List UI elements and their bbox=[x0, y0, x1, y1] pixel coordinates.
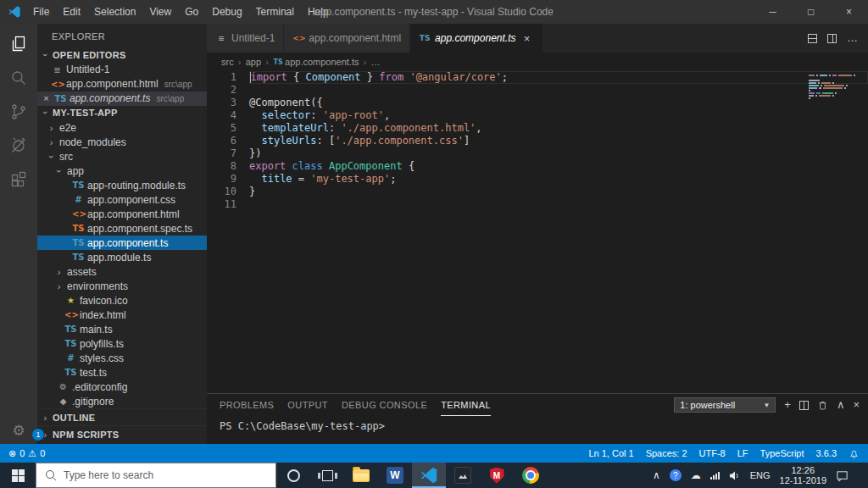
panel-tab-output[interactable]: OUTPUT bbox=[287, 394, 328, 416]
close-icon[interactable]: × bbox=[520, 32, 534, 45]
menu-file[interactable]: File bbox=[26, 0, 56, 24]
folder-item[interactable]: ›node_modules bbox=[37, 135, 207, 149]
notifications-bell-icon[interactable] bbox=[849, 448, 860, 459]
file-item[interactable]: TSpolyfills.ts bbox=[37, 336, 207, 351]
file-item[interactable]: <>index.html bbox=[37, 308, 207, 322]
line-number[interactable]: 1 bbox=[207, 71, 236, 84]
folder-item[interactable]: ›app bbox=[37, 164, 207, 178]
volume-icon[interactable] bbox=[729, 470, 741, 481]
close-panel-icon[interactable]: × bbox=[853, 400, 860, 410]
file-item[interactable]: ◆.gitignore bbox=[37, 394, 207, 408]
file-item[interactable]: TSapp.module.ts bbox=[37, 250, 207, 264]
menu-go[interactable]: Go bbox=[178, 0, 205, 24]
new-terminal-icon[interactable]: + bbox=[784, 400, 791, 410]
menu-edit[interactable]: Edit bbox=[56, 0, 87, 24]
section-header-outline[interactable]: ›OUTLINE bbox=[37, 408, 207, 425]
folder-item[interactable]: ›src bbox=[37, 149, 207, 164]
restore-button[interactable]: □ bbox=[792, 0, 830, 24]
tab-app-component-ts[interactable]: TSapp.component.ts× bbox=[410, 24, 542, 53]
split-editor-icon[interactable] bbox=[827, 34, 837, 43]
debug-icon[interactable] bbox=[0, 129, 37, 163]
menu-debug[interactable]: Debug bbox=[205, 0, 248, 24]
status-item[interactable]: TypeScript bbox=[760, 448, 804, 458]
file-explorer-button[interactable] bbox=[344, 463, 378, 488]
section-header-npm-scripts[interactable]: ›NPM SCRIPTS bbox=[37, 425, 207, 442]
line-number[interactable]: 2 bbox=[207, 84, 236, 97]
source-control-icon[interactable] bbox=[0, 95, 37, 129]
line-number[interactable]: 6 bbox=[207, 135, 236, 147]
explorer-icon[interactable] bbox=[0, 27, 37, 61]
menu-selection[interactable]: Selection bbox=[87, 0, 142, 24]
code-editor[interactable]: 1234567891011 import { Component } from … bbox=[207, 71, 868, 393]
kill-terminal-icon[interactable] bbox=[817, 400, 828, 411]
word-button[interactable]: W bbox=[378, 463, 412, 488]
project-root-header[interactable]: › MY-TEST-APP bbox=[37, 106, 207, 121]
clock[interactable]: 12:26 12-11-2019 bbox=[780, 465, 826, 485]
breadcrumb-item[interactable]: app bbox=[246, 57, 261, 67]
language-indicator[interactable]: ENG bbox=[750, 470, 771, 480]
code-line[interactable] bbox=[249, 198, 868, 211]
code-line[interactable]: title = 'my-test-app'; bbox=[249, 173, 868, 186]
start-button[interactable] bbox=[0, 463, 36, 488]
mcafee-button[interactable]: M bbox=[480, 463, 514, 488]
folder-item[interactable]: ›e2e bbox=[37, 120, 207, 135]
code-line[interactable]: }) bbox=[249, 147, 868, 160]
folder-item[interactable]: ›environments bbox=[37, 279, 207, 293]
code-line[interactable]: selector: 'app-root', bbox=[249, 109, 868, 122]
split-terminal-icon[interactable] bbox=[799, 401, 809, 410]
file-item[interactable]: TSapp.component.ts bbox=[37, 236, 207, 250]
close-button[interactable]: × bbox=[830, 0, 868, 24]
open-editor-item[interactable]: ×TSapp.component.tssrc\app bbox=[37, 92, 207, 106]
open-editors-header[interactable]: › OPEN EDITORS bbox=[37, 47, 207, 63]
action-center-icon[interactable] bbox=[836, 469, 849, 482]
file-item[interactable]: TSapp-routing.module.ts bbox=[37, 178, 207, 192]
tab-app-component-html[interactable]: <>app.component.html bbox=[284, 24, 410, 53]
breadcrumb-item[interactable]: TSapp.component.ts bbox=[273, 57, 359, 67]
more-actions-icon[interactable]: … bbox=[847, 34, 858, 42]
status-item[interactable]: 3.6.3 bbox=[816, 448, 837, 458]
line-number[interactable]: 8 bbox=[207, 160, 236, 173]
taskbar-search-input[interactable]: Type here to search bbox=[36, 463, 276, 488]
code-line[interactable]: @Component({ bbox=[249, 97, 868, 109]
file-item[interactable]: TSapp.component.spec.ts bbox=[37, 221, 207, 236]
panel-tab-terminal[interactable]: TERMINAL bbox=[441, 394, 491, 416]
tab-untitled-1[interactable]: ≡Untitled-1 bbox=[207, 24, 284, 53]
code-line[interactable]: export class AppComponent { bbox=[249, 160, 868, 173]
terminal-shell-select[interactable]: 1: powershell ▼ bbox=[674, 397, 776, 413]
chrome-button[interactable] bbox=[514, 463, 548, 488]
file-item[interactable]: #app.component.css bbox=[37, 192, 207, 207]
code-line[interactable]: styleUrls: ['./app.component.css'] bbox=[249, 135, 868, 147]
open-editor-item[interactable]: ≡Untitled-1 bbox=[37, 63, 207, 77]
extensions-icon[interactable] bbox=[0, 163, 37, 197]
breadcrumb-item[interactable]: … bbox=[370, 57, 380, 67]
task-view-button[interactable] bbox=[310, 463, 344, 488]
menu-view[interactable]: View bbox=[142, 0, 178, 24]
line-number[interactable]: 7 bbox=[207, 147, 236, 160]
code-line[interactable]: import { Component } from '@angular/core… bbox=[249, 71, 868, 84]
menu-terminal[interactable]: Terminal bbox=[249, 0, 301, 24]
close-icon[interactable]: × bbox=[41, 93, 52, 103]
code-line[interactable]: } bbox=[249, 186, 868, 198]
panel-tab-debug-console[interactable]: DEBUG CONSOLE bbox=[342, 394, 427, 416]
line-number[interactable]: 9 bbox=[207, 173, 236, 186]
panel-tab-problems[interactable]: PROBLEMS bbox=[220, 394, 274, 416]
breadcrumb-item[interactable]: src bbox=[221, 57, 234, 67]
status-item[interactable]: Spaces: 2 bbox=[646, 448, 687, 458]
terminal-prompt[interactable]: PS C:\CodeBase\my-test-app> bbox=[207, 416, 868, 444]
file-item[interactable]: #styles.css bbox=[37, 351, 207, 365]
help-tray-icon[interactable]: ? bbox=[670, 469, 682, 481]
minimize-button[interactable]: ─ bbox=[754, 0, 792, 24]
hidden-icons-chevron-icon[interactable]: ∧ bbox=[653, 469, 660, 481]
open-editor-item[interactable]: <>app.component.htmlsrc\app bbox=[37, 77, 207, 92]
file-item[interactable]: ⚙.editorconfig bbox=[37, 380, 207, 394]
line-number[interactable]: 11 bbox=[207, 198, 236, 211]
code-line[interactable]: templateUrl: './app.component.html', bbox=[249, 122, 868, 135]
onedrive-cloud-icon[interactable]: ☁ bbox=[691, 469, 701, 481]
file-item[interactable]: ★favicon.ico bbox=[37, 293, 207, 308]
problems-status[interactable]: ⊗ 0 ⚠ 0 bbox=[8, 448, 45, 459]
status-item[interactable]: LF bbox=[737, 448, 748, 458]
code-line[interactable] bbox=[249, 84, 868, 97]
maximize-panel-icon[interactable]: ∧ bbox=[837, 400, 845, 410]
line-number[interactable]: 3 bbox=[207, 97, 236, 109]
vscode-button[interactable] bbox=[412, 463, 446, 488]
